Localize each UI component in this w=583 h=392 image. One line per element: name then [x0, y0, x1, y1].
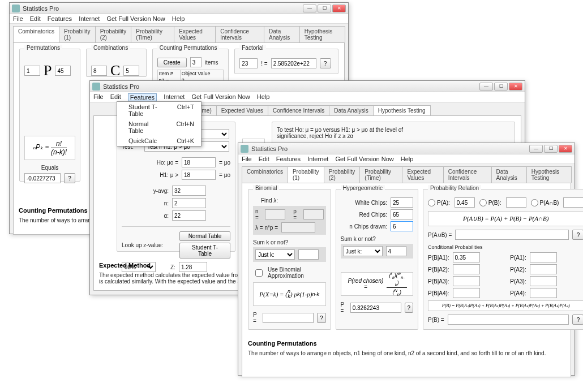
titlebar[interactable]: Statistics Pro — ☐ ✕ [238, 143, 575, 154]
pb-input[interactable] [506, 197, 526, 208]
tab-hyp[interactable]: Hypothesis Testing [526, 166, 572, 183]
justk-select[interactable]: Just k: [255, 249, 295, 260]
menu-item-quickcalc[interactable]: QuickCalcCtrl+K [117, 136, 201, 146]
create-button[interactable]: Create [157, 58, 187, 67]
close-button[interactable]: ✕ [559, 145, 572, 153]
menu-features[interactable]: Features [128, 93, 157, 101]
menu-edit[interactable]: Edit [30, 15, 41, 22]
tab-combinatorics[interactable]: Combinatorics [242, 166, 288, 183]
tab-probtime[interactable]: Probability (Time) [359, 166, 402, 183]
titlebar[interactable]: Statistics Pro — ☐ ✕ [10, 3, 348, 14]
yavg-input[interactable] [172, 186, 206, 196]
menu-internet[interactable]: Internet [164, 93, 185, 101]
tab-probtime[interactable]: Probability (Time) [131, 26, 174, 42]
bin-p-input[interactable] [303, 209, 324, 219]
pba3-input[interactable] [453, 276, 480, 286]
tab-conf[interactable]: Confidence Intervals [443, 166, 492, 183]
bin-n-input[interactable] [265, 209, 285, 219]
perm-result[interactable] [24, 173, 61, 183]
pa3-input[interactable] [530, 276, 557, 286]
close-button[interactable]: ✕ [332, 5, 346, 12]
paub-input[interactable] [455, 230, 569, 240]
bin-lambda-input[interactable] [281, 222, 315, 232]
pa-radio[interactable]: P(A): [428, 199, 450, 206]
comb-n-input[interactable] [91, 66, 107, 76]
pa-input[interactable] [455, 197, 475, 208]
menu-help[interactable]: Help [401, 156, 414, 162]
titlebar[interactable]: Statistics Pro — ☐ ✕ [90, 81, 525, 92]
tab-prob2[interactable]: Probability (2) [324, 166, 361, 183]
justk-select[interactable]: Just k: [343, 246, 383, 256]
menu-item-student-t[interactable]: Student T-TableCtrl+T [117, 102, 201, 119]
tab-prob1[interactable]: Probability (1) [288, 166, 324, 183]
pa1-input[interactable] [530, 252, 557, 262]
menu-edit[interactable]: Edit [110, 93, 121, 101]
tab-prob2[interactable]: Probability (2) [95, 26, 132, 42]
pab-input[interactable] [563, 197, 583, 208]
bin-k-input[interactable] [298, 249, 319, 260]
menu-item-normal-table[interactable]: Normal TableCtrl+N [117, 119, 201, 136]
approx-checkbox[interactable] [255, 269, 263, 277]
help-button[interactable]: ? [320, 58, 331, 68]
n-input[interactable] [172, 198, 206, 208]
tab-data[interactable]: Data Analysis [329, 105, 374, 115]
minimize-button[interactable]: — [303, 5, 316, 12]
menu-help[interactable]: Help [257, 93, 270, 101]
maximize-button[interactable]: ☐ [318, 5, 331, 12]
help-button[interactable]: ? [572, 230, 583, 240]
menu-getfull[interactable]: Get Full Version Now [335, 156, 393, 162]
pab-radio[interactable]: P(A∩B) [531, 199, 559, 206]
pb-radio[interactable]: P(B): [479, 199, 501, 206]
maximize-button[interactable]: ☐ [494, 83, 508, 91]
menu-edit[interactable]: Edit [259, 156, 269, 162]
help-button[interactable]: ? [317, 313, 325, 323]
fact-n-input[interactable] [239, 58, 258, 68]
maximize-button[interactable]: ☐ [544, 145, 558, 153]
minimize-button[interactable]: — [529, 145, 543, 153]
pb-result-input[interactable] [448, 315, 569, 325]
tab-data[interactable]: Data Analysis [264, 26, 300, 42]
red-chips-input[interactable] [391, 209, 413, 219]
menu-file[interactable]: File [13, 15, 23, 22]
help-button[interactable]: ? [64, 173, 75, 183]
menu-getfull[interactable]: Get Full Version Now [106, 15, 165, 22]
hyper-k-input[interactable] [386, 246, 406, 256]
pa2-input[interactable] [530, 264, 557, 274]
ho-input[interactable] [182, 157, 216, 167]
tab-conf[interactable]: Confidence Intervals [268, 105, 329, 115]
tab-expected[interactable]: Expected Values [402, 166, 443, 183]
h1-input[interactable] [182, 170, 216, 180]
minimize-button[interactable]: — [479, 83, 493, 91]
tab-expected[interactable]: Expected Values [216, 105, 268, 115]
normal-table-button[interactable]: Normal Table [179, 231, 230, 241]
white-chips-input[interactable] [391, 197, 413, 208]
menu-internet[interactable]: Internet [307, 156, 328, 162]
tab-hyp[interactable]: Hypothesis Testing [299, 26, 345, 42]
menu-internet[interactable]: Internet [79, 15, 100, 22]
help-button[interactable]: ? [405, 303, 413, 313]
cperm-count[interactable] [190, 57, 202, 67]
tab-expected[interactable]: Expected Values [174, 26, 216, 42]
pba4-input[interactable] [453, 288, 480, 298]
drawn-input[interactable] [391, 221, 413, 231]
student-t-button[interactable]: Student T-Table [179, 243, 230, 259]
pa4-input[interactable] [530, 288, 557, 298]
perm-r-input[interactable] [55, 66, 71, 76]
pba1-input[interactable] [453, 252, 480, 262]
perm-n-input[interactable] [24, 66, 40, 76]
fact-result[interactable] [271, 58, 316, 68]
tab-hyp[interactable]: Hypothesis Testing [373, 105, 431, 115]
tab-data[interactable]: Data Analysis [491, 166, 527, 183]
hyper-p-result[interactable] [350, 303, 401, 313]
alpha-input[interactable] [172, 210, 206, 221]
tab-conf[interactable]: Confidence Intervals [215, 26, 264, 42]
menu-file[interactable]: File [93, 93, 104, 101]
menu-getfull[interactable]: Get Full Version Now [191, 93, 250, 101]
menu-features[interactable]: Features [276, 156, 301, 162]
menu-help[interactable]: Help [172, 15, 185, 22]
help-button[interactable]: ? [572, 315, 583, 325]
close-button[interactable]: ✕ [509, 83, 522, 91]
menu-features[interactable]: Features [48, 15, 72, 22]
tab-combinatorics[interactable]: Combinatorics [13, 26, 59, 42]
tab-prob1[interactable]: Probability (1) [59, 26, 96, 42]
